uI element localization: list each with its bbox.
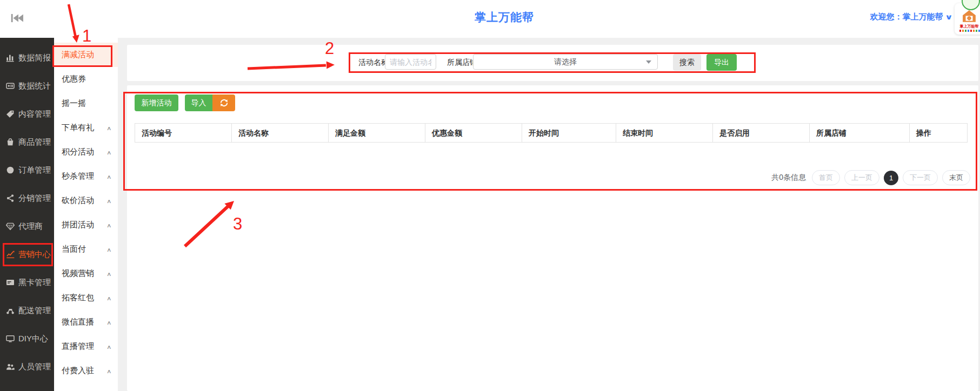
sidebar-item-label: 配送管理 [18,306,51,316]
submenu-item-当面付[interactable]: 当面付∧ [54,237,118,261]
submenu-item-微信直播[interactable]: 微信直播∧ [54,310,118,334]
trend-chart-icon [6,250,15,259]
submenu-item-摇一摇[interactable]: 摇一摇 [54,91,118,116]
delivery-icon [6,306,15,315]
top-header: 掌上万能帮 欢迎您：掌上万能帮 ∨ 掌上万能帮 [0,0,980,38]
sidebar-item-label: 人员管理 [18,362,51,372]
order-icon [6,166,15,174]
sidebar-item-label: 数据简报 [18,53,51,63]
app-window: 掌上万能帮 欢迎您：掌上万能帮 ∨ 掌上万能帮 数据简报数据统计内容管理商品管理… [0,0,980,391]
chevron-up-icon: ∧ [106,173,112,179]
activity-table-header: 活动编号活动名称满足金额优惠金额开始时间结束时间是否启用所属店铺操作 [135,123,968,143]
sidebar-item-内容管理[interactable]: 内容管理 [0,100,54,128]
submenu-item-积分活动[interactable]: 积分活动∧ [54,140,118,164]
sidebar-item-营销中心[interactable]: 营销中心 [0,240,54,268]
submenu-item-label: 秒杀管理 [62,171,94,181]
sidebar-item-label: 黑卡管理 [18,278,51,288]
submenu-item-label: 视频营销 [62,268,94,279]
column-header-结束时间: 结束时间 [616,124,713,142]
chevron-up-icon: ∧ [106,222,112,228]
users-icon [6,362,15,371]
submenu-item-label: 下单有礼 [62,123,94,133]
sidebar-item-label: DIY中心 [18,334,48,344]
data-report-icon [6,82,15,90]
submenu-item-满减活动[interactable]: 满减活动 [54,43,118,67]
sidebar-item-配送管理[interactable]: 配送管理 [0,296,54,325]
add-activity-button[interactable]: 新增活动 [135,95,178,111]
sidebar-item-label: 营销中心 [18,250,51,260]
column-header-操作: 操作 [910,124,967,142]
user-menu[interactable]: 欢迎您：掌上万能帮 ∨ [870,12,952,22]
submenu-item-label: 微信直播 [62,317,94,327]
column-header-开始时间: 开始时间 [522,124,616,142]
collapse-sidebar-icon[interactable] [11,14,25,23]
sidebar-item-黑卡管理[interactable]: 黑卡管理 [0,268,54,296]
column-header-优惠金额: 优惠金额 [425,124,522,142]
sidebar-item-商品管理[interactable]: 商品管理 [0,128,54,156]
submenu-item-付费入驻[interactable]: 付费入驻∧ [54,359,118,383]
submenu-item-label: 拼团活动 [62,220,94,230]
app-logo: 掌上万能帮 [955,3,980,35]
sidebar-item-分销管理[interactable]: 分销管理 [0,184,54,212]
submenu-item-label: 直播管理 [62,341,94,352]
submenu-item-拼团活动[interactable]: 拼团活动∧ [54,213,118,237]
welcome-text: 欢迎您：掌上万能帮 [870,12,943,22]
submenu-item-拓客红包[interactable]: 拓客红包∧ [54,286,118,310]
current-page-button[interactable]: 1 [884,171,898,185]
sidebar-item-人员管理[interactable]: 人员管理 [0,353,54,381]
submenu-item-label: 付费入驻 [62,366,94,376]
sidebar-item-label: 内容管理 [18,109,51,119]
chevron-up-icon: ∧ [106,368,112,374]
shopping-bag-icon [6,138,15,146]
chevron-up-icon: ∧ [106,271,112,277]
sidebar-item-DIY中心[interactable]: DIY中心 [0,325,54,353]
sidebar-item-订单管理[interactable]: 订单管理 [0,156,54,184]
submenu-item-下单有礼[interactable]: 下单有礼∧ [54,116,118,140]
select-caret-icon [646,60,651,64]
sidebar-item-数据简报[interactable]: 数据简报 [0,44,54,72]
submenu-item-视频营销[interactable]: 视频营销∧ [54,261,118,286]
export-button[interactable]: 导出 [706,54,737,71]
last-page-button[interactable]: 末页 [942,170,970,185]
column-header-活动编号: 活动编号 [135,124,232,142]
sidebar-item-数据统计[interactable]: 数据统计 [0,72,54,100]
submenu-item-label: 积分活动 [62,147,94,157]
search-button[interactable]: 搜索 [673,54,701,71]
marketing-submenu: 满减活动优惠券摇一摇下单有礼∧积分活动∧秒杀管理∧砍价活动∧拼团活动∧当面付∧视… [54,38,118,391]
submenu-item-直播管理[interactable]: 直播管理∧ [54,334,118,359]
column-header-满足金额: 满足金额 [329,124,425,142]
first-page-button[interactable]: 首页 [812,170,840,185]
logo-subtext-decoration [959,30,980,32]
chevron-up-icon: ∧ [106,319,112,325]
main-content: 活动名称: 所属店铺: 请选择 搜索 导出 新增活动 导入 活动编号活动名称满足… [118,38,980,391]
logo-ring-icon [962,0,980,10]
main-sidebar: 数据简报数据统计内容管理商品管理订单管理分销管理代理商营销中心黑卡管理配送管理D… [0,38,54,391]
activity-name-input[interactable] [385,54,436,70]
submenu-item-label: 当面付 [62,244,86,254]
total-count-text: 共0条信息 [771,173,806,183]
submenu-item-优惠券[interactable]: 优惠券 [54,67,118,91]
chevron-up-icon: ∧ [106,295,112,301]
refresh-button[interactable] [212,95,235,111]
submenu-item-秒杀管理[interactable]: 秒杀管理∧ [54,164,118,188]
prev-page-button[interactable]: 上一页 [844,170,879,185]
pagination: 共0条信息 首页 上一页 1 下一页 末页 [771,170,970,185]
column-header-所属店铺: 所属店铺 [810,124,910,142]
sidebar-item-label: 订单管理 [18,165,51,176]
card-icon [6,278,15,287]
next-page-button[interactable]: 下一页 [903,170,938,185]
sidebar-item-label: 分销管理 [18,193,51,204]
submenu-item-砍价活动[interactable]: 砍价活动∧ [54,188,118,213]
chevron-up-icon: ∧ [106,198,112,204]
import-button[interactable]: 导入 [185,95,212,111]
share-icon [6,194,15,203]
sidebar-item-代理商[interactable]: 代理商 [0,212,54,240]
submenu-item-label: 摇一摇 [62,98,86,109]
diamond-icon [6,222,15,231]
activity-table-panel: 新增活动 导入 活动编号活动名称满足金额优惠金额开始时间结束时间是否启用所属店铺… [127,85,978,391]
store-select-value: 请选择 [554,57,577,67]
store-select[interactable]: 请选择 [473,54,658,70]
chevron-up-icon: ∧ [106,343,112,349]
page-title: 掌上万能帮 [475,10,534,25]
submenu-item-label: 砍价活动 [62,196,94,206]
